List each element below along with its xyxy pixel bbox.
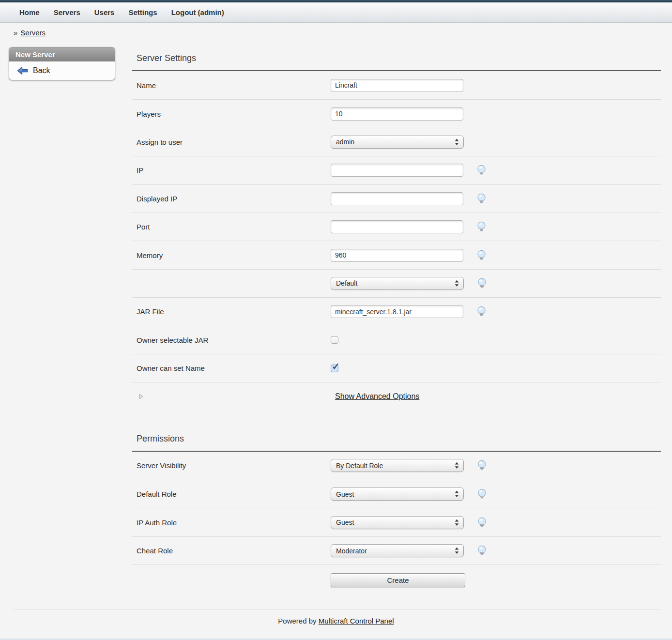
field-row-displayed-ip: Displayed IP — [132, 184, 661, 213]
cheat-role-selected-value: Moderator — [336, 547, 367, 555]
owner-selectable-jar-checkbox[interactable] — [331, 336, 338, 344]
create-row: Create — [132, 564, 661, 595]
owner-can-set-name-label: Owner can set Name — [132, 364, 331, 372]
ip-auth-role-label: IP Auth Role — [132, 518, 331, 527]
select-stepper-icon — [455, 462, 459, 469]
unlabeled-select-help-bulb-icon[interactable] — [477, 278, 487, 289]
port-help-bulb-icon[interactable] — [476, 221, 487, 232]
field-row-assign-to-user: Assign to user admin — [132, 128, 661, 156]
ip-input[interactable] — [331, 164, 463, 177]
nav-item-users[interactable]: Users — [94, 8, 115, 16]
memory-help-bulb-icon[interactable] — [476, 250, 487, 261]
field-row-unlabeled-select: Default — [132, 269, 661, 297]
cheat-role-select[interactable]: Moderator — [331, 544, 464, 557]
field-row-memory: Memory — [132, 241, 661, 269]
ip-auth-role-help-bulb-icon[interactable] — [477, 517, 487, 528]
new-server-panel: New Server Back — [9, 47, 115, 80]
displayed-ip-help-bulb-icon[interactable] — [476, 193, 487, 204]
jar-file-input[interactable] — [331, 305, 463, 318]
unlabeled-selected-value: Default — [336, 279, 357, 287]
ip-label: IP — [132, 166, 331, 174]
advanced-options-row: Show Advanced Options — [132, 382, 661, 410]
back-button[interactable]: Back — [9, 61, 115, 80]
powered-by-text: Powered by — [278, 617, 316, 625]
field-row-owner-selectable-jar: Owner selectable JAR — [132, 326, 661, 354]
cheat-role-help-bulb-icon[interactable] — [477, 545, 487, 556]
name-input[interactable] — [331, 79, 463, 92]
assign-to-user-selected-value: admin — [336, 138, 354, 146]
select-stepper-icon — [455, 280, 459, 287]
field-row-jar-file: JAR File — [132, 297, 661, 325]
field-row-port: Port — [132, 213, 661, 241]
field-row-owner-can-set-name: Owner can set Name — [132, 354, 661, 382]
server-visibility-select[interactable]: By Default Role — [331, 459, 464, 472]
show-advanced-options-link[interactable]: Show Advanced Options — [335, 392, 419, 401]
nav-item-logout[interactable]: Logout (admin) — [171, 8, 224, 16]
select-stepper-icon — [455, 547, 459, 554]
panel-title: New Server — [9, 47, 115, 61]
footer: Powered by Multicraft Control Panel — [0, 617, 672, 625]
jar-file-label: JAR File — [132, 307, 331, 316]
server-settings-heading: Server Settings — [132, 50, 661, 70]
server-visibility-label: Server Visibility — [132, 461, 331, 470]
ip-help-bulb-icon[interactable] — [476, 165, 487, 176]
field-row-ip: IP — [132, 156, 661, 184]
field-row-server-visibility: Server Visibility By Default Role — [132, 452, 661, 480]
players-input[interactable] — [331, 107, 463, 121]
default-role-label: Default Role — [132, 490, 331, 498]
field-row-default-role: Default Role Guest — [132, 480, 661, 508]
multicraft-link[interactable]: Multicraft Control Panel — [319, 617, 394, 625]
main-navbar: Home Servers Users Settings Logout (admi… — [0, 2, 672, 23]
cheat-role-label: Cheat Role — [132, 547, 331, 555]
default-role-select[interactable]: Guest — [331, 488, 464, 501]
nav-item-settings[interactable]: Settings — [128, 8, 157, 16]
server-visibility-help-bulb-icon[interactable] — [477, 460, 487, 471]
breadcrumb: »Servers — [14, 29, 46, 37]
default-role-help-bulb-icon[interactable] — [477, 488, 487, 500]
create-button[interactable]: Create — [331, 573, 465, 587]
jar-file-help-bulb-icon[interactable] — [476, 306, 487, 317]
field-row-ip-auth-role: IP Auth Role Guest — [132, 508, 661, 536]
displayed-ip-label: Displayed IP — [132, 195, 331, 203]
assign-to-user-label: Assign to user — [132, 138, 331, 146]
server-visibility-selected-value: By Default Role — [336, 462, 383, 470]
back-arrow-icon — [17, 66, 28, 75]
nav-item-servers[interactable]: Servers — [54, 8, 80, 16]
unlabeled-select[interactable]: Default — [331, 277, 464, 290]
default-role-selected-value: Guest — [336, 490, 354, 498]
memory-input[interactable] — [331, 249, 463, 262]
nav-item-home[interactable]: Home — [19, 8, 40, 16]
field-row-cheat-role: Cheat Role Moderator — [132, 536, 661, 564]
ip-auth-role-select[interactable]: Guest — [331, 516, 464, 529]
port-label: Port — [132, 223, 331, 231]
displayed-ip-input[interactable] — [331, 192, 463, 205]
owner-can-set-name-checkbox[interactable] — [331, 365, 338, 372]
assign-to-user-select[interactable]: admin — [331, 136, 464, 149]
ip-auth-role-selected-value: Guest — [336, 518, 354, 526]
name-label: Name — [132, 81, 331, 90]
select-stepper-icon — [455, 519, 459, 526]
back-button-label: Back — [33, 66, 50, 75]
permissions-heading: Permissions — [132, 431, 661, 451]
port-input[interactable] — [331, 220, 463, 233]
breadcrumb-symbol: » — [14, 29, 17, 37]
memory-label: Memory — [132, 251, 331, 259]
field-row-name: Name — [132, 71, 661, 99]
owner-selectable-jar-label: Owner selectable JAR — [132, 336, 331, 344]
players-label: Players — [132, 110, 331, 118]
select-stepper-icon — [455, 138, 459, 146]
field-row-players: Players — [132, 99, 661, 127]
select-stepper-icon — [455, 490, 459, 498]
breadcrumb-servers-link[interactable]: Servers — [20, 29, 46, 37]
advanced-toggle-triangle-icon[interactable] — [139, 394, 143, 399]
footer-divider — [14, 609, 660, 610]
main-content: Server Settings Name Players Assign to u… — [132, 50, 661, 595]
